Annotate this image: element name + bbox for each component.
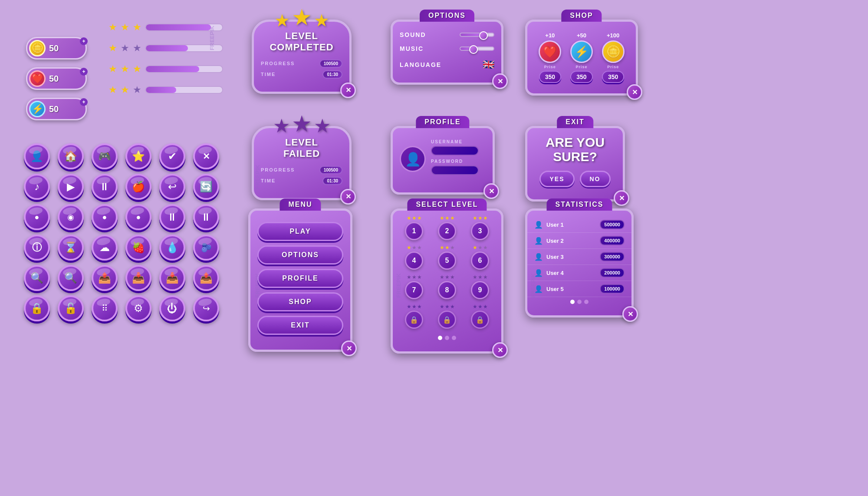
sound-slider[interactable] [460,33,494,37]
level-5-circle[interactable]: 5 [438,251,456,270]
level-1-circle[interactable]: 1 [405,222,423,240]
profile-username-input[interactable] [431,146,479,155]
star-bars-section: ★ ★ ★ ★ ★ ★ ★ ★ ★ ★ ★ ★ [108,22,223,96]
btn-timer[interactable]: ⌛ [58,235,84,261]
shop-coins-price[interactable]: 350 [602,71,624,83]
level-2-stars: ★★★ [440,215,455,221]
level-cell-12: ★★★ 🔒 [466,304,494,329]
options-close[interactable]: ✕ [492,73,508,89]
btn-grid[interactable]: ⠿ [92,295,118,321]
btn-play[interactable]: ▶ [58,174,84,200]
sound-thumb[interactable] [479,31,488,40]
btn-refresh[interactable]: 🔄 [193,174,219,200]
btn-check[interactable]: ✔ [159,143,185,169]
level-9-circle[interactable]: 9 [471,281,489,299]
btn-dot-4[interactable]: ● [125,204,151,230]
btn-dot-2[interactable]: ◉ [58,204,84,230]
star-gold-9: ★ [121,84,129,96]
menu-shop-button[interactable]: SHOP [257,292,343,311]
btn-exit[interactable]: ↪ [193,295,219,321]
level-7-circle[interactable]: 7 [405,281,423,299]
progress-bar-4-fill [146,87,176,93]
btn-unlock[interactable]: 🔓 [58,295,84,321]
menu-close[interactable]: ✕ [341,341,357,356]
music-thumb[interactable] [469,45,478,54]
select-level-panel: SELECT LEVEL ★★★ 1 ★★★ 2 ★★★ 3 ★★★ [391,208,503,354]
lc-time-label: TIME [261,72,276,77]
btn-upload[interactable]: 📤 [193,265,219,291]
level-8-circle[interactable]: 8 [438,281,456,299]
profile-close[interactable]: ✕ [483,183,499,199]
dot-3[interactable] [452,336,456,340]
stats-dot-2[interactable] [577,300,582,304]
stats-close[interactable]: ✕ [622,306,638,322]
level-2-circle[interactable]: 2 [438,222,456,240]
level-10-stars: ★★★ [407,304,422,310]
dot-1[interactable] [438,336,442,340]
btn-droplet[interactable]: 💧 [159,235,185,261]
level-8-stars: ★★★ [440,274,455,280]
level-completed-close[interactable]: ✕ [340,83,356,98]
stats-dot-1[interactable] [570,300,575,304]
level-6-circle[interactable]: 6 [471,251,489,270]
exit-question: ARE YOUSURE? [527,128,623,171]
btn-star[interactable]: ⭐ [125,143,151,169]
stats-name-5: User 5 [546,286,596,292]
progress-bar-1-fill [146,24,211,30]
btn-berry[interactable]: 🫐 [193,235,219,261]
level-3-circle[interactable]: 3 [471,222,489,240]
level-4-circle[interactable]: 4 [405,251,423,270]
btn-undo[interactable]: ↩ [159,174,185,200]
level-11-circle[interactable]: 🔒 [438,311,456,329]
progress-bar-3-fill [146,66,199,72]
stats-dot-3[interactable] [584,300,589,304]
select-level-close[interactable]: ✕ [492,342,508,358]
menu-options-button[interactable]: OPTIONS [257,245,343,265]
btn-strawberry[interactable]: 🍓 [125,235,151,261]
btn-search-2[interactable]: 🔍 [58,265,84,291]
menu-profile-button[interactable]: PROFILE [257,269,343,288]
btn-cloud[interactable]: ☁ [92,235,118,261]
btn-search[interactable]: 🔍 [24,265,50,291]
star-gold-3: ★ [133,22,141,33]
level-12-circle[interactable]: 🔒 [471,311,489,329]
btn-pause[interactable]: ⏸ [92,174,118,200]
lightning-plus[interactable]: + [80,98,88,106]
dot-2[interactable] [445,336,449,340]
coins-plus[interactable]: + [80,37,88,45]
btn-download[interactable]: 📥 [159,265,185,291]
coins-value: 50 [49,43,59,53]
shop-lightning-price[interactable]: 350 [570,71,592,83]
profile-password-input[interactable] [431,165,479,175]
exit-yes-button[interactable]: YES [539,171,574,187]
btn-music[interactable]: ♪ [24,174,50,200]
music-slider[interactable] [460,46,494,51]
btn-pause-2[interactable]: ⏸ [159,204,185,230]
hearts-plus[interactable]: + [80,68,88,76]
btn-gamepad[interactable]: 🎮 [92,143,118,169]
btn-pause-3[interactable]: ⏸ [193,204,219,230]
exit-no-button[interactable]: NO [580,171,611,187]
shop-hearts-price[interactable]: 350 [539,71,561,83]
exit-close[interactable]: ✕ [614,190,629,206]
shop-close[interactable]: ✕ [627,84,642,100]
menu-play-button[interactable]: PLAY [257,222,343,241]
language-flag[interactable]: 🇬🇧 [483,59,494,70]
level-10-circle[interactable]: 🔒 [405,311,423,329]
btn-lock[interactable]: 🔒 [24,295,50,321]
btn-settings[interactable]: ⚙ [125,295,151,321]
menu-exit-button[interactable]: EXIT [257,316,343,335]
btn-dot-3[interactable]: ● [92,204,118,230]
btn-dot-1[interactable]: ● [24,204,50,230]
profile-username-label: USERNAME [431,139,486,144]
profile-title: PROFILE [416,116,469,128]
btn-user[interactable]: 👤 [24,143,50,169]
btn-close-1[interactable]: ✕ [193,143,219,169]
btn-share[interactable]: 📤 [92,265,118,291]
level-failed-close[interactable]: ✕ [340,189,356,205]
btn-home[interactable]: 🏠 [58,143,84,169]
btn-info[interactable]: ⓘ [24,235,50,261]
btn-inbox[interactable]: 📥 [125,265,151,291]
btn-apple[interactable]: 🍎 [125,174,151,200]
btn-power[interactable]: ⏻ [159,295,185,321]
